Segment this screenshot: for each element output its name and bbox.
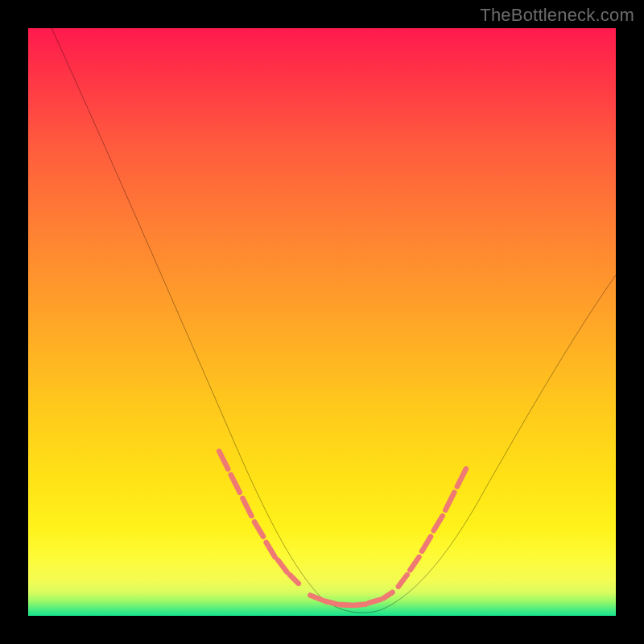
marker-dot	[290, 575, 299, 584]
bottleneck-curve-svg	[28, 28, 616, 616]
marker-dot	[242, 498, 251, 516]
bottleneck-curve-line	[52, 28, 616, 613]
marker-dot	[278, 560, 287, 572]
marker-dot	[219, 452, 228, 469]
marker-dot	[398, 575, 407, 587]
marker-dot	[422, 536, 431, 551]
watermark-text: TheBottleneck.com	[480, 5, 634, 26]
marker-dot	[369, 600, 381, 603]
marker-dot	[354, 604, 366, 605]
marker-dot	[384, 592, 393, 598]
chart-frame: TheBottleneck.com	[0, 0, 644, 644]
marker-dot	[254, 522, 263, 536]
marker-dot	[310, 595, 322, 600]
marker-dot	[445, 493, 454, 510]
marker-dot	[340, 605, 352, 605]
marker-dot	[231, 475, 240, 493]
plot-area	[28, 28, 616, 616]
marker-dot	[457, 469, 466, 487]
valley-marker-group	[219, 452, 466, 605]
marker-dot	[411, 557, 419, 570]
marker-dot	[266, 543, 275, 557]
marker-dot	[434, 516, 443, 530]
marker-dot	[325, 601, 337, 605]
